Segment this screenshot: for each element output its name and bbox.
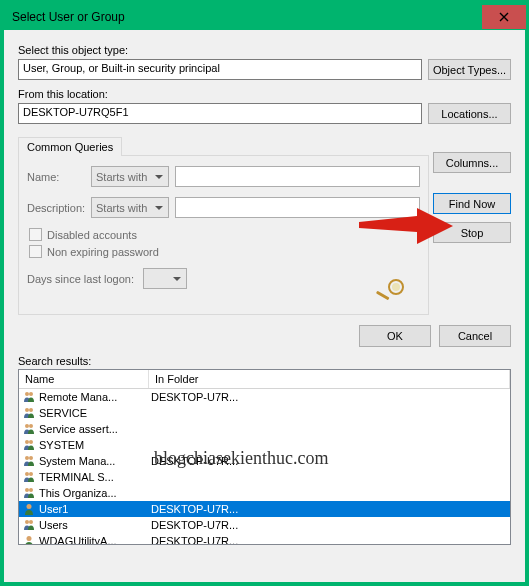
svg-point-7 — [29, 408, 33, 412]
non-expiring-checkbox[interactable]: Non expiring password — [29, 245, 420, 258]
ok-button[interactable]: OK — [359, 325, 431, 347]
svg-point-18 — [27, 504, 32, 509]
svg-point-14 — [25, 472, 29, 476]
result-name: Users — [37, 519, 149, 531]
tab-common-queries[interactable]: Common Queries — [18, 137, 122, 156]
result-name: TERMINAL S... — [37, 471, 149, 483]
group-icon — [21, 438, 37, 452]
description-input[interactable] — [175, 197, 420, 218]
days-label: Days since last logon: — [27, 273, 137, 285]
days-combo[interactable] — [143, 268, 187, 289]
group-icon — [21, 406, 37, 420]
result-row[interactable]: UsersDESKTOP-U7R... — [19, 517, 510, 533]
group-icon — [21, 518, 37, 532]
result-folder: DESKTOP-U7R... — [149, 535, 510, 545]
results-list: Name In Folder Remote Mana...DESKTOP-U7R… — [18, 369, 511, 545]
svg-point-2 — [392, 283, 400, 291]
result-name: System Mana... — [37, 455, 149, 467]
svg-rect-1 — [376, 291, 390, 301]
group-icon — [21, 470, 37, 484]
description-label: Description: — [27, 202, 85, 214]
object-types-button[interactable]: Object Types... — [428, 59, 511, 80]
queries-panel: Name: Starts with Description: Starts wi… — [18, 155, 429, 315]
svg-point-19 — [25, 520, 29, 524]
result-row[interactable]: User1DESKTOP-U7R... — [19, 501, 510, 517]
result-folder: DESKTOP-U7R... — [149, 503, 510, 515]
result-name: SYSTEM — [37, 439, 149, 451]
svg-point-20 — [29, 520, 33, 524]
location-label: From this location: — [18, 88, 511, 100]
result-row[interactable]: SYSTEM — [19, 437, 510, 453]
location-field: DESKTOP-U7RQ5F1 — [18, 103, 422, 124]
svg-point-9 — [29, 424, 33, 428]
result-folder: DESKTOP-U7R... — [149, 391, 510, 403]
svg-point-12 — [25, 456, 29, 460]
close-icon — [499, 12, 509, 22]
checkbox-icon — [29, 245, 42, 258]
result-row[interactable]: This Organiza... — [19, 485, 510, 501]
object-type-field: User, Group, or Built-in security princi… — [18, 59, 422, 80]
find-now-button[interactable]: Find Now — [433, 193, 511, 214]
result-name: This Organiza... — [37, 487, 149, 499]
svg-point-21 — [27, 536, 32, 541]
result-folder: DESKTOP-U7R... — [149, 519, 510, 531]
svg-point-10 — [25, 440, 29, 444]
group-icon — [21, 486, 37, 500]
result-row[interactable]: TERMINAL S... — [19, 469, 510, 485]
svg-point-15 — [29, 472, 33, 476]
svg-point-4 — [25, 392, 29, 396]
checkbox-icon — [29, 228, 42, 241]
group-icon — [21, 454, 37, 468]
svg-point-8 — [25, 424, 29, 428]
result-name: WDAGUtilityA... — [37, 535, 149, 545]
svg-point-16 — [25, 488, 29, 492]
results-header: Name In Folder — [19, 370, 510, 389]
group-icon — [21, 390, 37, 404]
stop-button[interactable]: Stop — [433, 222, 511, 243]
result-row[interactable]: System Mana...DESKTOP-U7R... — [19, 453, 510, 469]
disabled-accounts-checkbox[interactable]: Disabled accounts — [29, 228, 420, 241]
locations-button[interactable]: Locations... — [428, 103, 511, 124]
svg-point-5 — [29, 392, 33, 396]
close-button[interactable] — [482, 5, 526, 29]
user-icon — [21, 534, 37, 545]
column-name[interactable]: Name — [19, 370, 149, 388]
titlebar: Select User or Group — [4, 4, 525, 30]
result-name: Remote Mana... — [37, 391, 149, 403]
result-row[interactable]: SERVICE — [19, 405, 510, 421]
group-icon — [21, 422, 37, 436]
search-results-label: Search results: — [18, 355, 511, 367]
window-title: Select User or Group — [12, 10, 482, 24]
user-icon — [21, 502, 37, 516]
result-name: User1 — [37, 503, 149, 515]
column-folder[interactable]: In Folder — [149, 370, 510, 388]
svg-point-6 — [25, 408, 29, 412]
object-type-label: Select this object type: — [18, 44, 511, 56]
svg-point-13 — [29, 456, 33, 460]
columns-button[interactable]: Columns... — [433, 152, 511, 173]
result-folder: DESKTOP-U7R... — [149, 455, 510, 467]
result-name: SERVICE — [37, 407, 149, 419]
result-name: Service assert... — [37, 423, 149, 435]
result-row[interactable]: WDAGUtilityA...DESKTOP-U7R... — [19, 533, 510, 545]
name-input[interactable] — [175, 166, 420, 187]
find-icon — [374, 278, 408, 304]
name-label: Name: — [27, 171, 85, 183]
svg-point-11 — [29, 440, 33, 444]
result-row[interactable]: Remote Mana...DESKTOP-U7R... — [19, 389, 510, 405]
cancel-button[interactable]: Cancel — [439, 325, 511, 347]
description-match-combo[interactable]: Starts with — [91, 197, 169, 218]
result-row[interactable]: Service assert... — [19, 421, 510, 437]
name-match-combo[interactable]: Starts with — [91, 166, 169, 187]
svg-point-17 — [29, 488, 33, 492]
